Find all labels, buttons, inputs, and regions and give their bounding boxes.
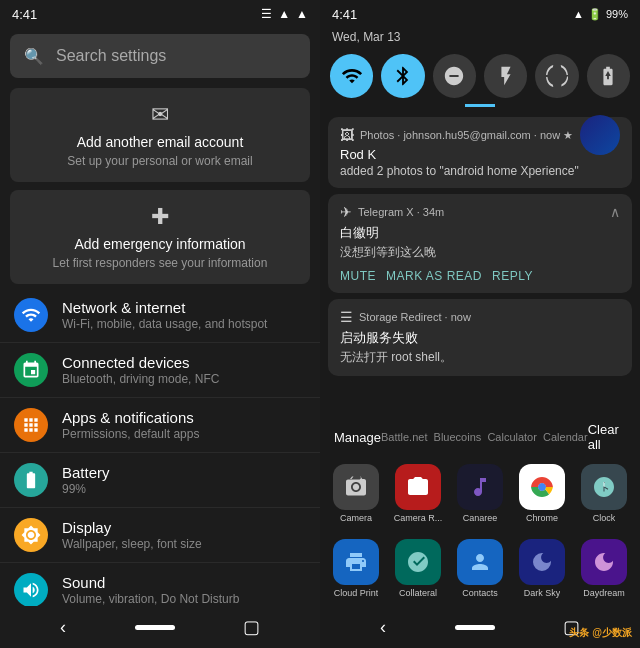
photos-notif-content: Rod K added 2 photos to "android home Xp… bbox=[340, 147, 620, 178]
mark-as-read-button[interactable]: Mark as Read bbox=[386, 269, 482, 283]
time-left: 4:41 bbox=[12, 7, 37, 22]
app-item-darksky[interactable]: Dark Sky bbox=[512, 535, 572, 602]
wifi-icon-left: ▲ bbox=[278, 7, 290, 21]
telegram-notif-actions: Mute Mark as Read Reply bbox=[340, 269, 620, 283]
status-icons-left: ☰ ▲ ▲ bbox=[261, 7, 308, 21]
camera-r-label: Camera R... bbox=[394, 513, 443, 523]
qs-battery-saver[interactable] bbox=[587, 54, 630, 98]
app-grid-row3: Cloud Print Collateral Contacts Dark Sky… bbox=[320, 531, 640, 606]
sound-icon bbox=[14, 573, 48, 606]
network-text: Network & internet Wi-Fi, mobile, data u… bbox=[62, 299, 306, 331]
expand-icon[interactable]: ∧ bbox=[610, 204, 620, 220]
qs-wifi[interactable] bbox=[330, 54, 373, 98]
recents-button-left[interactable]: ▢ bbox=[243, 616, 260, 638]
apps-title: Apps & notifications bbox=[62, 409, 306, 426]
telegram-notification[interactable]: ✈ Telegram X · 34m ∧ 白徽明 没想到等到这么晚 Mute M… bbox=[328, 194, 632, 293]
back-button-right[interactable]: ‹ bbox=[380, 617, 386, 638]
date-display: Wed, Mar 13 bbox=[320, 28, 640, 50]
notifications-list: 🖼 Photos · johnson.hu95@gmail.com · now … bbox=[320, 111, 640, 418]
photos-notif-title: Rod K bbox=[340, 147, 579, 162]
battery-icon-right: 🔋 bbox=[588, 8, 602, 21]
clear-all-button[interactable]: Clear all bbox=[588, 422, 626, 452]
display-subtitle: Wallpaper, sleep, font size bbox=[62, 537, 306, 551]
darksky-icon bbox=[519, 539, 565, 585]
search-bar[interactable]: 🔍 Search settings bbox=[10, 34, 310, 78]
app-item-camera-r[interactable]: Camera R... bbox=[388, 460, 448, 527]
daydream-label: Daydream bbox=[583, 588, 625, 598]
settings-item-battery[interactable]: Battery 99% bbox=[0, 453, 320, 508]
app-item-clock[interactable]: Clock bbox=[574, 460, 634, 527]
status-icons-right: ▲ 🔋 99% bbox=[573, 8, 628, 21]
apps-subtitle: Permissions, default apps bbox=[62, 427, 306, 441]
battery-icon bbox=[14, 463, 48, 497]
qs-screen-rotate[interactable] bbox=[535, 54, 578, 98]
nav-bar-left: ‹ ▢ bbox=[0, 606, 320, 648]
settings-item-display[interactable]: Display Wallpaper, sleep, font size bbox=[0, 508, 320, 563]
darksky-label: Dark Sky bbox=[524, 588, 561, 598]
storage-notification[interactable]: ☰ Storage Redirect · now 启动服务失败 无法打开 roo… bbox=[328, 299, 632, 376]
app-item-collateral[interactable]: Collateral bbox=[388, 535, 448, 602]
clock-icon bbox=[581, 464, 627, 510]
apps-icon bbox=[14, 408, 48, 442]
quick-settings bbox=[320, 50, 640, 102]
apps-text: Apps & notifications Permissions, defaul… bbox=[62, 409, 306, 441]
telegram-app-icon: ✈ bbox=[340, 204, 352, 220]
clock-label: Clock bbox=[593, 513, 616, 523]
settings-item-connected[interactable]: Connected devices Bluetooth, driving mod… bbox=[0, 343, 320, 398]
storage-notif-body: 无法打开 root shell。 bbox=[340, 349, 620, 366]
camera-label: Camera bbox=[340, 513, 372, 523]
back-button-left[interactable]: ‹ bbox=[60, 617, 66, 638]
settings-panel: 4:41 ☰ ▲ ▲ 🔍 Search settings ✉ Add anoth… bbox=[0, 0, 320, 648]
collateral-icon bbox=[395, 539, 441, 585]
home-button-right[interactable] bbox=[455, 625, 495, 630]
photos-notif-header: 🖼 Photos · johnson.hu95@gmail.com · now … bbox=[340, 127, 620, 143]
battery-subtitle: 99% bbox=[62, 482, 306, 496]
storage-app-icon: ☰ bbox=[340, 309, 353, 325]
search-placeholder: Search settings bbox=[56, 47, 166, 65]
storage-notif-title: 启动服务失败 bbox=[340, 329, 620, 347]
settings-item-network[interactable]: Network & internet Wi-Fi, mobile, data u… bbox=[0, 288, 320, 343]
app-item-chrome[interactable]: Chrome bbox=[512, 460, 572, 527]
storage-notif-header: ☰ Storage Redirect · now bbox=[340, 309, 620, 325]
connected-text: Connected devices Bluetooth, driving mod… bbox=[62, 354, 306, 386]
chrome-icon bbox=[519, 464, 565, 510]
canaree-icon bbox=[457, 464, 503, 510]
app-drawer-header: Manage Battle.net Bluecoins Calculator C… bbox=[320, 418, 640, 456]
settings-item-apps[interactable]: Apps & notifications Permissions, defaul… bbox=[0, 398, 320, 453]
network-icon bbox=[14, 298, 48, 332]
display-text: Display Wallpaper, sleep, font size bbox=[62, 519, 306, 551]
app-item-canaree[interactable]: Canaree bbox=[450, 460, 510, 527]
qs-bluetooth[interactable] bbox=[381, 54, 424, 98]
status-bar-right: 4:41 ▲ 🔋 99% bbox=[320, 0, 640, 28]
storage-app-name: Storage Redirect · now bbox=[359, 311, 620, 323]
photos-notif-text: Rod K added 2 photos to "android home Xp… bbox=[340, 147, 579, 178]
telegram-notif-body: 没想到等到这么晚 bbox=[340, 244, 620, 261]
qs-flashlight[interactable] bbox=[484, 54, 527, 98]
settings-list: Network & internet Wi-Fi, mobile, data u… bbox=[0, 288, 320, 606]
contacts-label: Contacts bbox=[462, 588, 498, 598]
app-item-daydream[interactable]: Daydream bbox=[574, 535, 634, 602]
app-item-contacts[interactable]: Contacts bbox=[450, 535, 510, 602]
search-icon: 🔍 bbox=[24, 47, 44, 66]
add-email-card[interactable]: ✉ Add another email account Set up your … bbox=[10, 88, 310, 182]
photos-notif-body: added 2 photos to "android home Xperienc… bbox=[340, 164, 579, 178]
app-item-cloudprint[interactable]: Cloud Print bbox=[326, 535, 386, 602]
qs-dnd[interactable] bbox=[433, 54, 476, 98]
connected-icon bbox=[14, 353, 48, 387]
collateral-label: Collateral bbox=[399, 588, 437, 598]
mute-button[interactable]: Mute bbox=[340, 269, 376, 283]
sound-subtitle: Volume, vibration, Do Not Disturb bbox=[62, 592, 306, 606]
home-button-left[interactable] bbox=[135, 625, 175, 630]
add-emergency-card[interactable]: ✚ Add emergency information Let first re… bbox=[10, 190, 310, 284]
status-bar-left: 4:41 ☰ ▲ ▲ bbox=[0, 0, 320, 28]
settings-item-sound[interactable]: Sound Volume, vibration, Do Not Disturb bbox=[0, 563, 320, 606]
photos-notification[interactable]: 🖼 Photos · johnson.hu95@gmail.com · now … bbox=[328, 117, 632, 188]
telegram-app-name: Telegram X · 34m bbox=[358, 206, 600, 218]
manage-button[interactable]: Manage bbox=[334, 430, 381, 445]
connected-title: Connected devices bbox=[62, 354, 306, 371]
reply-button[interactable]: Reply bbox=[492, 269, 533, 283]
battery-title: Battery bbox=[62, 464, 306, 481]
emergency-card-title: Add emergency information bbox=[74, 236, 245, 252]
app-item-camera[interactable]: Camera bbox=[326, 460, 386, 527]
cloudprint-label: Cloud Print bbox=[334, 588, 379, 598]
